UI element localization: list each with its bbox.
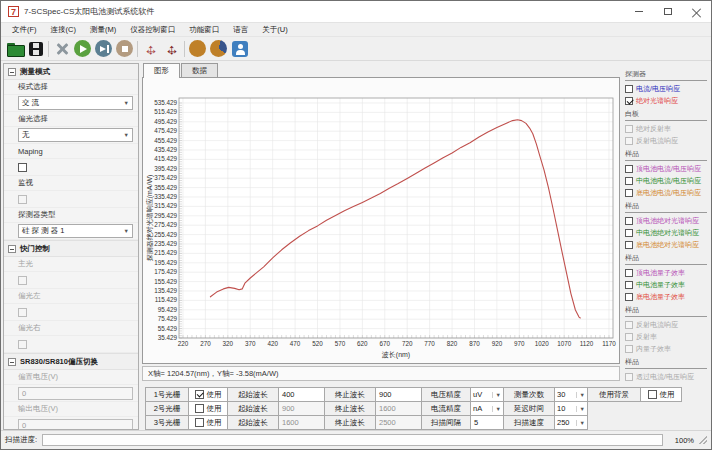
table-cell-select[interactable]: 10▼ [554, 401, 588, 416]
curve-toggle-item: 中电池量子效率 [625, 279, 707, 291]
use-checkbox[interactable] [195, 418, 204, 427]
scan-progress-value: 100% [668, 436, 694, 445]
spectral-response-chart[interactable]: 535.429515.429495.429475.429455.429435.4… [143, 78, 619, 363]
use-label: 使用 [207, 404, 222, 414]
table-cell-label: 1号光栅 [145, 387, 189, 402]
table-cell-select[interactable]: uV▼ [470, 387, 504, 402]
pie-button[interactable] [208, 38, 229, 59]
curve-checkbox[interactable] [625, 293, 633, 301]
move-dark-button[interactable] [161, 38, 182, 59]
settings-section-0: 测量模式模式选择交 流▼偏光选择无▼Maping监视探测器类型硅 探 测 器 1… [4, 64, 138, 241]
svg-text:820: 820 [447, 340, 458, 347]
svg-text:35.429: 35.429 [158, 334, 178, 341]
collapse-icon[interactable] [8, 358, 16, 366]
chevron-down-icon: ▼ [492, 392, 501, 398]
curve-label: 透过电流/电压响应 [636, 372, 694, 382]
checkbox[interactable] [18, 163, 27, 172]
table-cell-input[interactable]: 900 [375, 387, 422, 402]
menu-item-5[interactable]: 语言 [226, 23, 255, 36]
close-button[interactable] [682, 1, 711, 22]
field-label: 输出电压(V) [18, 404, 58, 414]
curve-label: 反射率 [636, 332, 657, 342]
stop-button[interactable] [114, 38, 135, 59]
tab-data[interactable]: 数据 [181, 63, 218, 78]
menu-item-4[interactable]: 功能窗口 [182, 23, 226, 36]
sample-button[interactable] [187, 38, 208, 59]
panel-row: 偏置电压(V) [4, 370, 138, 385]
app-window: 7-SCSpec-CS太阳电池测试系统软件 文件(F)连接(C)测量(M)仪器控… [0, 0, 712, 450]
table-cell-input[interactable]: 5 [470, 415, 504, 430]
save-icon [27, 40, 45, 58]
menu-item-2[interactable]: 测量(M) [83, 23, 123, 36]
tools-button[interactable] [51, 38, 72, 59]
table-cell-input[interactable]: 400 [278, 387, 325, 402]
section-header-0[interactable]: 测量模式 [4, 64, 138, 80]
curve-label: 绝对反射率 [636, 124, 671, 134]
resize-grip-icon[interactable] [699, 436, 707, 444]
panel-row [4, 159, 138, 176]
use-checkbox[interactable] [195, 390, 204, 399]
curve-checkbox[interactable] [625, 281, 633, 289]
panel-row: 偏光左 [4, 289, 138, 304]
main-area: 测量模式模式选择交 流▼偏光选择无▼Maping监视探测器类型硅 探 测 器 1… [1, 61, 711, 432]
curve-checkbox[interactable] [625, 241, 633, 249]
step-button[interactable] [93, 38, 114, 59]
curve-label: 底电池电流/电压响应 [636, 188, 701, 198]
scan-progress-bar [42, 434, 663, 446]
table-cell-select[interactable]: 30▼ [554, 387, 588, 402]
table-cell-input: 900 [278, 401, 325, 416]
menu-item-1[interactable]: 连接(C) [44, 23, 83, 36]
settings-section-2: SR830/SR810偏压切换偏置电压(V)0输出电压(V)0 [4, 354, 138, 430]
svg-text:295.429: 295.429 [154, 212, 177, 219]
checkbox [18, 276, 27, 285]
section-header-2[interactable]: SR830/SR810偏压切换 [4, 354, 138, 370]
tab-graph[interactable]: 图形 [143, 63, 180, 78]
menu-item-0[interactable]: 文件(F) [5, 23, 44, 36]
move-light-button[interactable] [140, 38, 161, 59]
curve-group-title-3: 样品 [625, 201, 707, 213]
table-cell-select[interactable]: 250▼ [554, 415, 588, 430]
menu-item-3[interactable]: 仪器控制窗口 [123, 23, 182, 36]
table-cell-label: 使用背景 [587, 387, 641, 402]
checkbox [18, 308, 27, 317]
dropdown-select[interactable]: 无▼ [18, 128, 133, 142]
curve-checkbox[interactable] [625, 85, 633, 93]
toolbar [1, 37, 711, 61]
table-cell-select[interactable]: nA▼ [470, 401, 504, 416]
svg-text:870: 870 [469, 340, 480, 347]
curve-checkbox[interactable] [625, 177, 633, 185]
menu-item-6[interactable]: 关于(U) [255, 23, 294, 36]
curve-checkbox[interactable] [625, 269, 633, 277]
panel-row: 输出电压(V) [4, 402, 138, 417]
collapse-icon[interactable] [8, 245, 16, 253]
dropdown-select[interactable]: 硅 探 测 器 1▼ [18, 224, 133, 238]
curve-checkbox[interactable] [625, 189, 633, 197]
svg-text:75.429: 75.429 [158, 315, 178, 322]
curve-group-title-5: 样品 [625, 305, 707, 317]
panel-row: 偏光选择 [4, 112, 138, 127]
save-button[interactable] [25, 38, 46, 59]
user-button[interactable] [229, 38, 250, 59]
curve-toggle-item: 内量子效率 [625, 343, 707, 355]
svg-text:275.429: 275.429 [154, 221, 177, 228]
use-checkbox[interactable] [195, 404, 204, 413]
curve-checkbox[interactable] [625, 165, 633, 173]
maximize-button[interactable] [653, 1, 682, 22]
table-cell-checkbox: 使用 [188, 387, 228, 402]
dropdown-select[interactable]: 交 流▼ [18, 96, 133, 110]
start-button[interactable] [72, 38, 93, 59]
open-button[interactable] [4, 38, 25, 59]
field-label: 偏光右 [18, 323, 41, 333]
minimize-button[interactable] [624, 1, 653, 22]
panel-row: 0 [4, 385, 138, 402]
use-checkbox[interactable] [648, 390, 657, 399]
curve-checkbox[interactable] [625, 229, 633, 237]
collapse-icon[interactable] [8, 68, 16, 76]
curve-checkbox[interactable] [625, 97, 633, 105]
section-header-1[interactable]: 快门控制 [4, 241, 138, 257]
curve-toggle-item: 电流/电压响应 [625, 83, 707, 95]
curve-toggle-item: 底电池量子效率 [625, 291, 707, 303]
curve-toggle-item: 反射电流响应 [625, 135, 707, 147]
chevron-down-icon: ▼ [576, 420, 585, 426]
curve-checkbox[interactable] [625, 217, 633, 225]
